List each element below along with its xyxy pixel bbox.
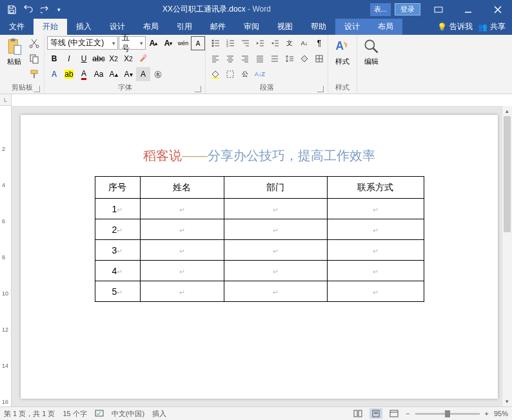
strikethrough-button[interactable]: abc xyxy=(92,52,106,66)
page[interactable]: 稻客说——分享办公技巧，提高工作效率 序号 姓名 部门 联系方式 1↵↵↵↵ 2… xyxy=(21,115,498,399)
grow-font-button[interactable]: A▴ xyxy=(146,36,161,50)
bullets-button[interactable] xyxy=(208,36,222,50)
zoom-out-button[interactable]: − xyxy=(406,410,409,417)
cell[interactable]: ↵ xyxy=(224,219,327,240)
format-painter-button[interactable] xyxy=(27,67,41,81)
cell[interactable]: 4↵ xyxy=(95,261,140,281)
web-layout-button[interactable] xyxy=(388,408,400,419)
document-scroll[interactable]: 稻客说——分享办公技巧，提高工作效率 序号 姓名 部门 联系方式 1↵↵↵↵ 2… xyxy=(12,106,502,406)
contact-table[interactable]: 序号 姓名 部门 联系方式 1↵↵↵↵ 2↵↵↵↵ 3↵↵↵↵ 4↵↵↵↵ 5↵… xyxy=(95,176,424,302)
underline-button[interactable]: U xyxy=(77,52,91,66)
login-button[interactable]: 登录 xyxy=(395,3,420,15)
distribute-button[interactable] xyxy=(268,52,282,66)
cell[interactable]: ↵ xyxy=(140,219,224,240)
font-size-combo[interactable]: 五号 xyxy=(119,36,146,50)
char-border-button[interactable]: A xyxy=(191,36,205,50)
zoom-level[interactable]: 95% xyxy=(494,410,508,417)
text-direction-button[interactable]: 文 xyxy=(282,36,297,50)
tab-layout[interactable]: 布局 xyxy=(134,19,168,35)
zoom-in-button[interactable]: + xyxy=(485,410,489,417)
tab-file[interactable]: 文件 xyxy=(0,19,34,35)
tab-view[interactable]: 视图 xyxy=(268,19,302,35)
ribbon-display-button[interactable] xyxy=(424,0,453,19)
char-fill-button[interactable]: A xyxy=(136,67,150,81)
numbering-button[interactable]: 123 xyxy=(223,36,237,50)
th-dept[interactable]: 部门 xyxy=(224,177,327,199)
tab-help[interactable]: 帮助 xyxy=(302,19,335,35)
cell[interactable]: ↵ xyxy=(327,219,424,240)
paragraph-launcher-icon[interactable] xyxy=(317,86,324,92)
tab-home[interactable]: 开始 xyxy=(34,19,67,35)
font-color-button[interactable]: A xyxy=(77,67,91,81)
vertical-scrollbar[interactable]: ▴ ▾ xyxy=(502,106,512,406)
fill-color-button[interactable] xyxy=(208,67,222,81)
italic-button[interactable]: I xyxy=(62,52,76,66)
cell[interactable]: ↵ xyxy=(224,199,327,219)
tab-insert[interactable]: 插入 xyxy=(67,19,101,35)
shrink-font-button[interactable]: A▾ xyxy=(161,36,175,50)
cell[interactable]: ↵ xyxy=(140,281,224,302)
cell[interactable]: ↵ xyxy=(327,281,424,302)
multilevel-list-button[interactable] xyxy=(238,36,252,50)
th-name[interactable]: 姓名 xyxy=(140,177,224,199)
tell-me-button[interactable]: 💡告诉我 xyxy=(437,21,473,32)
borders-button[interactable] xyxy=(312,52,326,66)
print-layout-button[interactable] xyxy=(369,408,382,419)
change-case-button[interactable]: A▾ xyxy=(121,67,135,81)
close-button[interactable] xyxy=(484,0,512,19)
tab-references[interactable]: 引用 xyxy=(168,19,201,35)
sort2-button[interactable]: A↓Z xyxy=(253,67,267,81)
cell[interactable]: 1↵ xyxy=(95,199,140,219)
cell[interactable]: ↵ xyxy=(224,261,327,281)
asian-layout-button[interactable]: 公 xyxy=(238,67,252,81)
language-indicator[interactable]: 中文(中国) xyxy=(112,409,144,419)
line-spacing-button[interactable] xyxy=(282,52,297,66)
clipboard-launcher-icon[interactable] xyxy=(34,86,40,92)
vertical-ruler[interactable]: 246810121416 xyxy=(0,106,12,406)
cell[interactable]: ↵ xyxy=(224,240,327,261)
tab-review[interactable]: 审阅 xyxy=(235,19,268,35)
highlight-button[interactable]: ab xyxy=(62,67,76,81)
cell[interactable]: ↵ xyxy=(224,281,327,302)
cell[interactable]: ↵ xyxy=(140,199,224,219)
font-launcher-icon[interactable] xyxy=(195,86,201,92)
cell[interactable]: ↵ xyxy=(327,240,424,261)
editing-button[interactable]: 编辑 xyxy=(360,36,383,68)
cell[interactable]: 3↵ xyxy=(95,240,140,261)
sort-button[interactable]: A↓ xyxy=(297,36,311,50)
cell[interactable]: ↵ xyxy=(140,261,224,281)
increase-indent-button[interactable] xyxy=(268,36,282,50)
cell[interactable]: 2↵ xyxy=(95,219,140,240)
tab-mail[interactable]: 邮件 xyxy=(201,19,235,35)
th-seq[interactable]: 序号 xyxy=(95,177,140,199)
align-left-button[interactable] xyxy=(208,52,222,66)
tab-table-layout[interactable]: 布局 xyxy=(369,19,402,35)
font-name-combo[interactable]: 等线 (中文正文) xyxy=(47,36,118,50)
scroll-thumb[interactable] xyxy=(504,116,511,232)
scroll-up-icon[interactable]: ▴ xyxy=(502,106,512,116)
cell[interactable]: 5↵ xyxy=(95,281,140,302)
decrease-indent-button[interactable] xyxy=(253,36,267,50)
justify-button[interactable] xyxy=(253,52,267,66)
bold-button[interactable]: B xyxy=(47,52,61,66)
read-mode-button[interactable] xyxy=(351,408,364,419)
share-button[interactable]: 👥共享 xyxy=(478,21,506,32)
styles-button[interactable]: A 样式 xyxy=(331,36,354,68)
scroll-track[interactable] xyxy=(502,116,512,396)
spellcheck-icon[interactable] xyxy=(95,408,104,419)
word-count[interactable]: 15 个字 xyxy=(63,409,86,419)
save-button[interactable] xyxy=(4,2,19,17)
enclosed-char-button[interactable]: ㊔ xyxy=(151,67,165,81)
subscript-button[interactable]: X2 xyxy=(106,52,121,66)
clear-format-button[interactable] xyxy=(136,52,150,66)
shading-button[interactable] xyxy=(297,52,311,66)
th-contact[interactable]: 联系方式 xyxy=(327,177,424,199)
qat-customize-icon[interactable]: ▾ xyxy=(54,2,63,17)
align-center-button[interactable] xyxy=(223,52,237,66)
tab-table-design[interactable]: 设计 xyxy=(335,19,369,35)
page-indicator[interactable]: 第 1 页，共 1 页 xyxy=(4,409,55,419)
cell[interactable]: ↵ xyxy=(140,240,224,261)
zoom-thumb[interactable] xyxy=(445,410,450,417)
char-shading-button[interactable]: Aa xyxy=(92,67,106,81)
redo-button[interactable] xyxy=(37,2,53,17)
